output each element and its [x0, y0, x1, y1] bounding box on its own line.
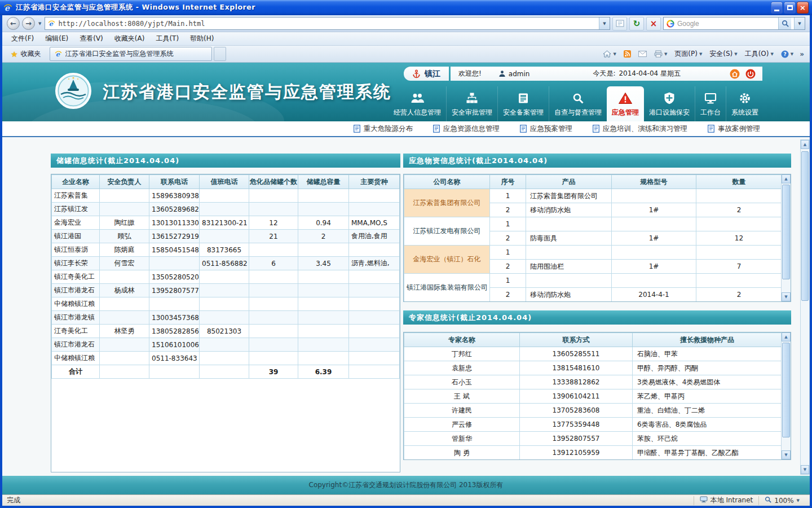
browser-tab[interactable]: e 江苏省港口安全监管与应急管理系统 — [50, 47, 212, 61]
stop-button[interactable]: × — [646, 17, 661, 30]
search-dropdown[interactable]: ▼ — [794, 17, 805, 29]
scroll-thumb[interactable] — [782, 343, 790, 437]
feeds-button[interactable] — [620, 49, 634, 59]
scroll-up-button[interactable]: ▲ — [782, 332, 791, 341]
scroll-up-button[interactable]: ▲ — [801, 140, 809, 149]
new-tab-button[interactable] — [214, 47, 226, 61]
scroll-down-button[interactable]: ▼ — [782, 450, 791, 459]
table-cell: 镇江恒泰沥 — [52, 243, 100, 257]
copyright-text: Copyright©江苏省交通规划设计院股份有限公司 2013版权所有 — [309, 480, 504, 490]
table-row: 镇江港国际集装箱有限公司1 — [404, 274, 782, 288]
main-nav-item[interactable]: 工作台 — [695, 86, 726, 121]
minimize-button[interactable] — [771, 2, 783, 14]
sub-nav-item[interactable]: 应急培训、演练和演习管理 — [593, 124, 687, 134]
table-cell — [349, 311, 400, 325]
scroll-thumb[interactable] — [782, 185, 790, 279]
table-cell: 6 — [249, 257, 298, 270]
menu-item[interactable]: 工具(T) — [150, 32, 184, 45]
zoom-magnifier-icon — [765, 496, 771, 505]
tools-menu-button[interactable]: 工具(O)▼ — [742, 47, 777, 60]
supplies-scrollbar[interactable]: ▲ ▼ — [781, 174, 791, 301]
safety-menu-button[interactable]: 安全(S)▼ — [706, 47, 740, 60]
forward-button[interactable]: → — [22, 17, 35, 30]
table-cell: 13952807557 — [520, 432, 633, 446]
main-nav-item-label: 自查与督查管理 — [554, 108, 602, 117]
menu-item[interactable]: 编辑(E) — [39, 32, 74, 45]
main-nav-item[interactable]: 经营人信息管理 — [389, 86, 446, 121]
command-bar: ▼ ▼ 页面(P)▼ 安全(S)▼ 工具(O)▼ ? ▼ — [599, 47, 806, 60]
sub-nav-item[interactable]: 事故案例管理 — [708, 124, 760, 134]
sub-nav-item[interactable]: 重大危险源分布 — [354, 124, 413, 134]
table-row: 镇江市港龙石杨成林13952807577 — [52, 284, 400, 297]
menu-item[interactable]: 收藏夹(A) — [109, 32, 151, 45]
compatibility-view-button[interactable] — [612, 17, 627, 30]
close-button[interactable]: × — [797, 2, 809, 14]
search-box[interactable]: ▼ — [663, 17, 805, 30]
table-row: 江苏镇江发 13605289682 — [52, 203, 400, 216]
refresh-button[interactable]: ↻ — [629, 17, 644, 30]
address-field[interactable]: e ▼ — [45, 17, 610, 30]
search-icon[interactable] — [778, 17, 791, 29]
main-nav-item[interactable]: 港口设施保安 — [644, 86, 695, 121]
help-button[interactable]: ? ▼ — [778, 49, 797, 60]
menu-item[interactable]: 查看(V) — [74, 32, 109, 45]
table-cell: 13013011330 — [149, 216, 200, 230]
menu-item[interactable]: 文件(F) — [6, 32, 39, 45]
table-cell: 食用油,食用 — [349, 230, 400, 243]
search-input[interactable] — [677, 20, 775, 28]
page-content: 储罐信息统计(截止2014.04.04) 企业名称安全负责人联系电话值班电话危化… — [2, 137, 810, 476]
table-cell: 陈炳庭 — [100, 243, 149, 257]
table-cell: 江苏索普集团有限公司 — [526, 189, 612, 203]
address-input[interactable] — [58, 20, 596, 28]
page-scrollbar[interactable]: ▲ ▼ — [800, 139, 810, 475]
toolbar-overflow-chevron[interactable]: » — [797, 50, 806, 58]
print-button[interactable]: ▼ — [651, 49, 670, 59]
favorites-button[interactable]: ★ 收藏夹 — [6, 47, 46, 60]
back-button[interactable]: ← — [7, 17, 20, 30]
history-dropdown[interactable]: ▼ — [37, 21, 42, 26]
workbench-icon — [704, 91, 717, 105]
sub-nav-item[interactable]: 应急资源信息管理 — [433, 124, 500, 134]
zoom-control[interactable]: 100% ▼ — [758, 496, 805, 505]
table-cell — [100, 311, 149, 325]
table-row: 金海宏业陶红皦1301301133083121300-21120.94MMA,M… — [52, 216, 400, 230]
menu-item[interactable]: 帮助(H) — [184, 32, 219, 45]
table-cell — [200, 189, 249, 203]
table-cell: 7 — [696, 260, 782, 274]
experts-scrollbar[interactable]: ▲ ▼ — [781, 332, 791, 459]
page-menu-button[interactable]: 页面(P)▼ — [671, 47, 705, 60]
anchor-icon — [412, 69, 421, 78]
main-nav-item[interactable]: 应急管理 — [607, 86, 644, 121]
table-cell — [349, 325, 400, 338]
address-dropdown[interactable]: ▼ — [599, 17, 610, 29]
table-cell: 83121300-21 — [200, 216, 249, 230]
logout-power-icon[interactable] — [745, 69, 756, 79]
main-nav-item[interactable]: 安全审批管理 — [446, 86, 497, 121]
table-row: 江苏索普集 15896380938 — [52, 189, 400, 203]
scroll-up-button[interactable]: ▲ — [782, 174, 791, 183]
table-cell: 2 — [696, 203, 782, 217]
main-nav-item[interactable]: 系统设置 — [726, 86, 764, 121]
sub-nav-item[interactable]: 应急预案管理 — [520, 124, 572, 134]
scroll-down-button[interactable]: ▼ — [782, 292, 791, 301]
scroll-thumb[interactable] — [801, 151, 809, 301]
date-value: 2014-04-04 星期五 — [619, 69, 681, 78]
home-button[interactable]: ▼ — [599, 49, 619, 59]
table-cell — [100, 338, 149, 352]
table-cell: 镇江市港龙镇 — [52, 311, 100, 325]
table-cell — [100, 365, 149, 379]
zone-label: 本地 Intranet — [710, 496, 753, 505]
main-nav-item[interactable]: 安全备案管理 — [497, 86, 549, 121]
tank-table: 企业名称安全负责人联系电话值班电话危化品储罐个数储罐总容量主要货种江苏索普集 1… — [51, 174, 400, 379]
welcome-text: 欢迎您! — [458, 69, 482, 78]
experts-panel-title: 专家信息统计(截止2014.04.04) — [403, 310, 791, 325]
table-row: 中储粮镇江粮 0511-833643 — [52, 352, 400, 365]
scroll-down-button[interactable]: ▼ — [801, 465, 809, 474]
maximize-button[interactable] — [784, 2, 796, 14]
main-nav-item[interactable]: 自查与督查管理 — [549, 86, 607, 121]
read-mail-button[interactable] — [635, 49, 650, 59]
sub-nav-item-label: 应急预案管理 — [530, 124, 572, 134]
table-cell: 13912105959 — [520, 446, 633, 460]
home-shortcut-icon[interactable] — [730, 69, 740, 79]
table-cell — [298, 311, 349, 325]
